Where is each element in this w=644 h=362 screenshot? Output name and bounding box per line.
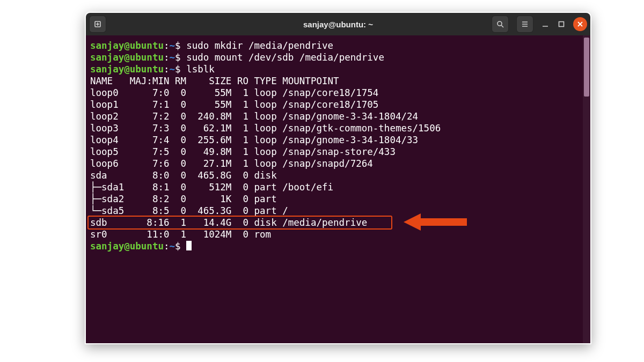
svg-rect-9: [559, 22, 564, 27]
menu-button[interactable]: [516, 16, 533, 33]
scrollbar-thumb[interactable]: [584, 38, 589, 97]
svg-point-3: [497, 21, 502, 26]
minimize-button[interactable]: [541, 20, 550, 28]
close-button[interactable]: [573, 17, 587, 31]
titlebar: sanjay@ubuntu: ~: [86, 13, 590, 35]
terminal-window: sanjay@ubuntu: ~: [85, 12, 591, 344]
search-button[interactable]: [492, 16, 509, 33]
maximize-button[interactable]: [557, 20, 566, 28]
scrollbar[interactable]: [583, 35, 590, 343]
terminal-body[interactable]: sanjay@ubuntu:~$ sudo mkdir /media/pendr…: [86, 35, 590, 343]
new-tab-button[interactable]: [89, 16, 106, 33]
terminal-content: sanjay@ubuntu:~$ sudo mkdir /media/pendr…: [90, 40, 587, 252]
svg-line-4: [501, 25, 503, 27]
